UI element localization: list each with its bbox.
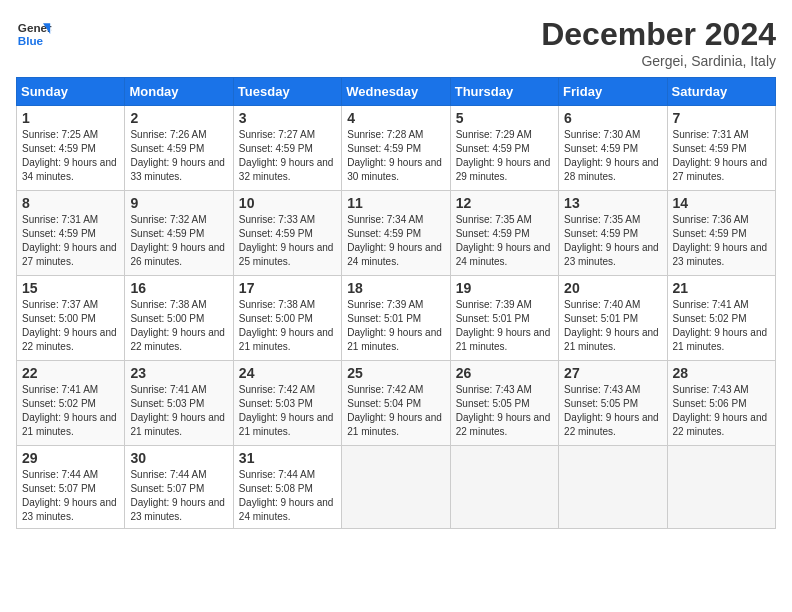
- calendar-cell: 16Sunrise: 7:38 AMSunset: 5:00 PMDayligh…: [125, 276, 233, 361]
- calendar-cell: 30Sunrise: 7:44 AMSunset: 5:07 PMDayligh…: [125, 446, 233, 529]
- calendar-cell: 12Sunrise: 7:35 AMSunset: 4:59 PMDayligh…: [450, 191, 558, 276]
- location-subtitle: Gergei, Sardinia, Italy: [541, 53, 776, 69]
- calendar-week-row: 8Sunrise: 7:31 AMSunset: 4:59 PMDaylight…: [17, 191, 776, 276]
- day-info: Sunrise: 7:44 AMSunset: 5:07 PMDaylight:…: [22, 468, 119, 524]
- day-number: 29: [22, 450, 119, 466]
- day-number: 6: [564, 110, 661, 126]
- calendar-week-row: 1Sunrise: 7:25 AMSunset: 4:59 PMDaylight…: [17, 106, 776, 191]
- calendar-cell: 10Sunrise: 7:33 AMSunset: 4:59 PMDayligh…: [233, 191, 341, 276]
- column-header-tuesday: Tuesday: [233, 78, 341, 106]
- day-number: 24: [239, 365, 336, 381]
- day-info: Sunrise: 7:36 AMSunset: 4:59 PMDaylight:…: [673, 213, 770, 269]
- day-number: 27: [564, 365, 661, 381]
- day-info: Sunrise: 7:37 AMSunset: 5:00 PMDaylight:…: [22, 298, 119, 354]
- column-header-friday: Friday: [559, 78, 667, 106]
- day-number: 30: [130, 450, 227, 466]
- day-number: 22: [22, 365, 119, 381]
- day-info: Sunrise: 7:43 AMSunset: 5:05 PMDaylight:…: [456, 383, 553, 439]
- day-info: Sunrise: 7:31 AMSunset: 4:59 PMDaylight:…: [673, 128, 770, 184]
- calendar-cell: 8Sunrise: 7:31 AMSunset: 4:59 PMDaylight…: [17, 191, 125, 276]
- day-number: 13: [564, 195, 661, 211]
- calendar-cell: 23Sunrise: 7:41 AMSunset: 5:03 PMDayligh…: [125, 361, 233, 446]
- calendar-cell: [559, 446, 667, 529]
- title-section: December 2024 Gergei, Sardinia, Italy: [541, 16, 776, 69]
- calendar-week-row: 22Sunrise: 7:41 AMSunset: 5:02 PMDayligh…: [17, 361, 776, 446]
- column-header-monday: Monday: [125, 78, 233, 106]
- day-info: Sunrise: 7:41 AMSunset: 5:03 PMDaylight:…: [130, 383, 227, 439]
- day-info: Sunrise: 7:39 AMSunset: 5:01 PMDaylight:…: [347, 298, 444, 354]
- day-info: Sunrise: 7:44 AMSunset: 5:08 PMDaylight:…: [239, 468, 336, 524]
- month-title: December 2024: [541, 16, 776, 53]
- day-number: 7: [673, 110, 770, 126]
- column-header-saturday: Saturday: [667, 78, 775, 106]
- day-number: 19: [456, 280, 553, 296]
- calendar-cell: 27Sunrise: 7:43 AMSunset: 5:05 PMDayligh…: [559, 361, 667, 446]
- calendar-cell: 17Sunrise: 7:38 AMSunset: 5:00 PMDayligh…: [233, 276, 341, 361]
- calendar-cell: 11Sunrise: 7:34 AMSunset: 4:59 PMDayligh…: [342, 191, 450, 276]
- day-number: 15: [22, 280, 119, 296]
- day-info: Sunrise: 7:34 AMSunset: 4:59 PMDaylight:…: [347, 213, 444, 269]
- calendar-cell: 29Sunrise: 7:44 AMSunset: 5:07 PMDayligh…: [17, 446, 125, 529]
- calendar-cell: 19Sunrise: 7:39 AMSunset: 5:01 PMDayligh…: [450, 276, 558, 361]
- calendar-cell: [342, 446, 450, 529]
- calendar-cell: 14Sunrise: 7:36 AMSunset: 4:59 PMDayligh…: [667, 191, 775, 276]
- calendar-cell: 1Sunrise: 7:25 AMSunset: 4:59 PMDaylight…: [17, 106, 125, 191]
- calendar-cell: 24Sunrise: 7:42 AMSunset: 5:03 PMDayligh…: [233, 361, 341, 446]
- calendar-cell: 2Sunrise: 7:26 AMSunset: 4:59 PMDaylight…: [125, 106, 233, 191]
- day-info: Sunrise: 7:41 AMSunset: 5:02 PMDaylight:…: [22, 383, 119, 439]
- day-info: Sunrise: 7:42 AMSunset: 5:04 PMDaylight:…: [347, 383, 444, 439]
- calendar-cell: 7Sunrise: 7:31 AMSunset: 4:59 PMDaylight…: [667, 106, 775, 191]
- calendar-cell: 31Sunrise: 7:44 AMSunset: 5:08 PMDayligh…: [233, 446, 341, 529]
- day-info: Sunrise: 7:35 AMSunset: 4:59 PMDaylight:…: [564, 213, 661, 269]
- day-info: Sunrise: 7:38 AMSunset: 5:00 PMDaylight:…: [130, 298, 227, 354]
- calendar-cell: 18Sunrise: 7:39 AMSunset: 5:01 PMDayligh…: [342, 276, 450, 361]
- day-info: Sunrise: 7:43 AMSunset: 5:06 PMDaylight:…: [673, 383, 770, 439]
- calendar-cell: 20Sunrise: 7:40 AMSunset: 5:01 PMDayligh…: [559, 276, 667, 361]
- calendar-cell: 6Sunrise: 7:30 AMSunset: 4:59 PMDaylight…: [559, 106, 667, 191]
- day-info: Sunrise: 7:26 AMSunset: 4:59 PMDaylight:…: [130, 128, 227, 184]
- day-number: 16: [130, 280, 227, 296]
- column-header-thursday: Thursday: [450, 78, 558, 106]
- day-info: Sunrise: 7:32 AMSunset: 4:59 PMDaylight:…: [130, 213, 227, 269]
- day-number: 4: [347, 110, 444, 126]
- day-info: Sunrise: 7:33 AMSunset: 4:59 PMDaylight:…: [239, 213, 336, 269]
- day-info: Sunrise: 7:25 AMSunset: 4:59 PMDaylight:…: [22, 128, 119, 184]
- calendar-cell: 15Sunrise: 7:37 AMSunset: 5:00 PMDayligh…: [17, 276, 125, 361]
- column-header-wednesday: Wednesday: [342, 78, 450, 106]
- calendar-header-row: SundayMondayTuesdayWednesdayThursdayFrid…: [17, 78, 776, 106]
- day-number: 17: [239, 280, 336, 296]
- calendar-cell: 3Sunrise: 7:27 AMSunset: 4:59 PMDaylight…: [233, 106, 341, 191]
- calendar-week-row: 15Sunrise: 7:37 AMSunset: 5:00 PMDayligh…: [17, 276, 776, 361]
- day-info: Sunrise: 7:43 AMSunset: 5:05 PMDaylight:…: [564, 383, 661, 439]
- day-info: Sunrise: 7:44 AMSunset: 5:07 PMDaylight:…: [130, 468, 227, 524]
- day-number: 18: [347, 280, 444, 296]
- day-number: 20: [564, 280, 661, 296]
- day-info: Sunrise: 7:27 AMSunset: 4:59 PMDaylight:…: [239, 128, 336, 184]
- calendar-cell: 21Sunrise: 7:41 AMSunset: 5:02 PMDayligh…: [667, 276, 775, 361]
- day-number: 3: [239, 110, 336, 126]
- day-number: 10: [239, 195, 336, 211]
- header: General Blue December 2024 Gergei, Sardi…: [16, 16, 776, 69]
- logo-icon: General Blue: [16, 16, 52, 52]
- calendar-cell: 25Sunrise: 7:42 AMSunset: 5:04 PMDayligh…: [342, 361, 450, 446]
- day-number: 1: [22, 110, 119, 126]
- svg-text:Blue: Blue: [18, 34, 44, 47]
- day-info: Sunrise: 7:42 AMSunset: 5:03 PMDaylight:…: [239, 383, 336, 439]
- calendar-cell: 22Sunrise: 7:41 AMSunset: 5:02 PMDayligh…: [17, 361, 125, 446]
- calendar-cell: 9Sunrise: 7:32 AMSunset: 4:59 PMDaylight…: [125, 191, 233, 276]
- day-number: 28: [673, 365, 770, 381]
- logo: General Blue: [16, 16, 52, 52]
- day-info: Sunrise: 7:41 AMSunset: 5:02 PMDaylight:…: [673, 298, 770, 354]
- day-number: 26: [456, 365, 553, 381]
- day-info: Sunrise: 7:28 AMSunset: 4:59 PMDaylight:…: [347, 128, 444, 184]
- day-info: Sunrise: 7:40 AMSunset: 5:01 PMDaylight:…: [564, 298, 661, 354]
- day-info: Sunrise: 7:29 AMSunset: 4:59 PMDaylight:…: [456, 128, 553, 184]
- day-info: Sunrise: 7:38 AMSunset: 5:00 PMDaylight:…: [239, 298, 336, 354]
- calendar-cell: 5Sunrise: 7:29 AMSunset: 4:59 PMDaylight…: [450, 106, 558, 191]
- calendar-cell: 26Sunrise: 7:43 AMSunset: 5:05 PMDayligh…: [450, 361, 558, 446]
- calendar-cell: 13Sunrise: 7:35 AMSunset: 4:59 PMDayligh…: [559, 191, 667, 276]
- day-number: 21: [673, 280, 770, 296]
- day-number: 12: [456, 195, 553, 211]
- day-info: Sunrise: 7:35 AMSunset: 4:59 PMDaylight:…: [456, 213, 553, 269]
- calendar-cell: 28Sunrise: 7:43 AMSunset: 5:06 PMDayligh…: [667, 361, 775, 446]
